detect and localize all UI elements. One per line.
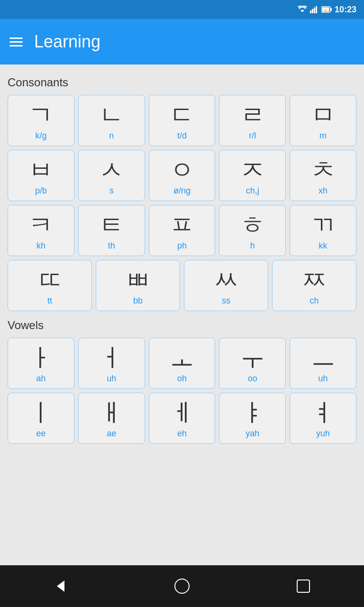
- menu-button[interactable]: [9, 37, 23, 46]
- vowels-section: Vowels ㅏ ah ㅓ uh ㅗ oh ㅜ oo ㅡ uh: [8, 319, 356, 444]
- kchar-ss[interactable]: ㅆ ss: [184, 260, 268, 311]
- vowels-row1: ㅏ ah ㅓ uh ㅗ oh ㅜ oo ㅡ uh: [8, 338, 356, 389]
- kchar-xh[interactable]: ㅊ xh: [290, 150, 356, 201]
- kchar-n[interactable]: ㄴ n: [78, 95, 145, 146]
- kchar-ng[interactable]: ㅇ ø/ng: [149, 150, 216, 201]
- svg-rect-1: [310, 10, 311, 13]
- consonants-title: Consonants: [8, 76, 356, 89]
- app-title: Learning: [34, 32, 100, 52]
- vowel-ae[interactable]: ㅐ ae: [78, 393, 145, 444]
- vowel-yah[interactable]: ㅑ yah: [219, 393, 286, 444]
- kchar-th[interactable]: ㅌ th: [78, 205, 145, 256]
- status-bar: ⚡ 10:23: [0, 0, 364, 19]
- consonants-section: Consonants ㄱ k/g ㄴ n ㄷ t/d ㄹ r/l ㅁ m: [8, 76, 356, 311]
- status-icons: ⚡ 10:23: [298, 5, 356, 15]
- kchar-r-l[interactable]: ㄹ r/l: [219, 95, 286, 146]
- recents-button[interactable]: [289, 572, 318, 600]
- vowels-row2: ㅣ ee ㅐ ae ㅔ eh ㅑ yah ㅕ yuh: [8, 393, 356, 444]
- vowels-title: Vowels: [8, 319, 356, 332]
- svg-rect-6: [330, 8, 332, 11]
- svg-marker-0: [300, 10, 304, 12]
- vowel-e[interactable]: ㅔ eh: [149, 393, 216, 444]
- signal-icon: [310, 6, 318, 13]
- consonants-row4: ㄸ tt ㅃ bb ㅆ ss ㅉ ch: [8, 260, 356, 311]
- vowel-eu[interactable]: ㅡ uh: [290, 338, 356, 389]
- svg-rect-4: [316, 6, 317, 13]
- content-area: Consonants ㄱ k/g ㄴ n ㄷ t/d ㄹ r/l ㅁ m: [0, 64, 364, 565]
- consonants-row2: ㅂ p/b ㅅ s ㅇ ø/ng ㅈ ch,j ㅊ xh: [8, 150, 356, 201]
- kchar-tt[interactable]: ㄸ tt: [8, 260, 92, 311]
- kchar-bb[interactable]: ㅃ bb: [96, 260, 180, 311]
- vowel-uh[interactable]: ㅓ uh: [78, 338, 145, 389]
- vowel-oh[interactable]: ㅗ oh: [149, 338, 216, 389]
- consonants-row3: ㅋ kh ㅌ th ㅍ ph ㅎ h ㄲ kk: [8, 205, 356, 256]
- svg-rect-2: [312, 9, 313, 13]
- kchar-ch-j[interactable]: ㅈ ch,j: [219, 150, 286, 201]
- vowel-ah[interactable]: ㅏ ah: [8, 338, 74, 389]
- kchar-m[interactable]: ㅁ m: [290, 95, 356, 146]
- home-icon: [174, 579, 190, 594]
- battery-icon: ⚡: [321, 6, 332, 13]
- kchar-k-g[interactable]: ㄱ k/g: [8, 95, 74, 146]
- back-button[interactable]: [46, 572, 75, 600]
- back-icon: [53, 579, 68, 594]
- home-button[interactable]: [168, 572, 196, 600]
- bottom-nav: [0, 565, 364, 607]
- svg-rect-3: [314, 8, 315, 13]
- consonants-row1: ㄱ k/g ㄴ n ㄷ t/d ㄹ r/l ㅁ m: [8, 95, 356, 146]
- kchar-p-b[interactable]: ㅂ p/b: [8, 150, 74, 201]
- vowel-i[interactable]: ㅣ ee: [8, 393, 74, 444]
- recents-icon: [297, 579, 310, 593]
- kchar-kh[interactable]: ㅋ kh: [8, 205, 74, 256]
- status-time: 10:23: [335, 5, 356, 15]
- kchar-t-d[interactable]: ㄷ t/d: [149, 95, 216, 146]
- kchar-h[interactable]: ㅎ h: [219, 205, 286, 256]
- app-bar: Learning: [0, 19, 364, 64]
- kchar-ch2[interactable]: ㅉ ch: [272, 260, 356, 311]
- vowel-yuh[interactable]: ㅕ yuh: [290, 393, 356, 444]
- svg-text:⚡: ⚡: [323, 8, 328, 12]
- kchar-s[interactable]: ㅅ s: [78, 150, 145, 201]
- wifi-icon: [298, 6, 307, 13]
- kchar-kk[interactable]: ㄲ kk: [290, 205, 356, 256]
- svg-marker-9: [57, 580, 64, 592]
- kchar-ph[interactable]: ㅍ ph: [149, 205, 216, 256]
- vowel-oo[interactable]: ㅜ oo: [219, 338, 286, 389]
